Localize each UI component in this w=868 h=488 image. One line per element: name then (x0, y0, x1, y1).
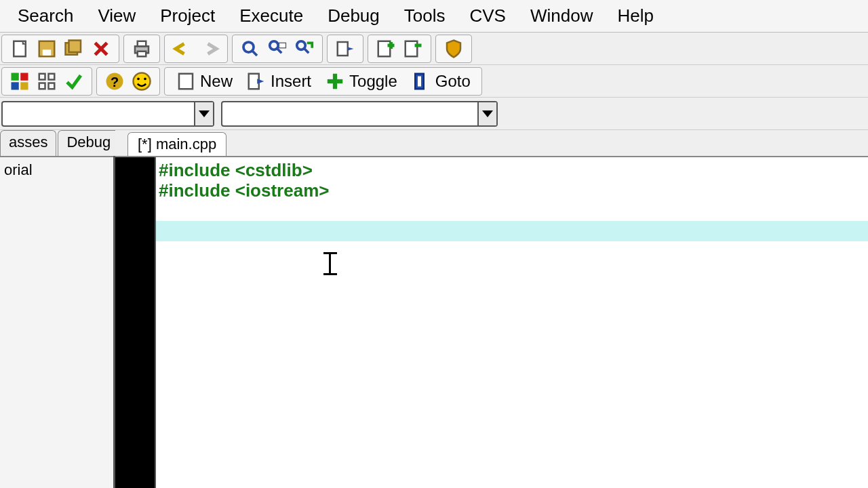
svg-line-17 (304, 47, 309, 53)
chevron-down-icon[interactable] (477, 102, 496, 125)
menu-debug[interactable]: Debug (315, 0, 392, 32)
svg-rect-32 (49, 83, 55, 89)
navigation-row (0, 98, 868, 130)
help-icon[interactable]: ? (101, 68, 128, 95)
undo-icon[interactable] (169, 35, 196, 62)
menu-help[interactable]: Help (605, 0, 665, 32)
menu-execute[interactable]: Execute (227, 0, 315, 32)
menu-view[interactable]: View (85, 0, 148, 32)
toolbar-group-print (123, 35, 160, 63)
svg-rect-18 (338, 42, 348, 56)
svg-rect-10 (138, 51, 146, 56)
menu-tools[interactable]: Tools (392, 0, 458, 32)
menu-window[interactable]: Window (518, 0, 605, 32)
svg-rect-25 (12, 73, 19, 80)
class-navigator-dropdown[interactable] (1, 101, 214, 127)
new-file-icon[interactable] (6, 35, 33, 62)
text-cursor-icon (329, 252, 331, 275)
svg-rect-38 (179, 73, 193, 89)
toolbar-secondary: ? New Insert Toggle Goto (0, 65, 868, 98)
svg-rect-31 (39, 83, 45, 89)
svg-rect-30 (49, 73, 55, 79)
save-all-icon[interactable] (60, 35, 87, 62)
close-icon[interactable] (87, 35, 115, 62)
menu-project[interactable]: Project (148, 0, 227, 32)
replace-icon[interactable] (291, 35, 318, 62)
tile-windows-icon[interactable] (6, 68, 33, 95)
toggle-label: Toggle (349, 72, 397, 91)
chevron-down-icon[interactable] (194, 102, 213, 125)
new-bookmark-button[interactable]: New (169, 68, 239, 95)
code-line[interactable]: #include <iostream> (156, 180, 868, 201)
svg-text:?: ? (111, 74, 119, 89)
toolbar-main (0, 33, 868, 65)
toolbar-group-undo (164, 35, 228, 63)
editor-panel: [*] main.cpp #include <cstdlib> #include… (115, 130, 868, 488)
print-icon[interactable] (128, 35, 155, 62)
svg-rect-3 (43, 49, 52, 56)
toolbar-group-insert (368, 35, 431, 63)
toggle-button[interactable]: Toggle (318, 68, 404, 95)
svg-rect-15 (279, 43, 286, 48)
toolbar-group-help: ? (96, 67, 160, 96)
svg-rect-23 (406, 41, 418, 56)
svg-rect-9 (138, 41, 146, 46)
shield-icon[interactable] (440, 35, 467, 62)
menu-search[interactable]: Search (5, 0, 85, 32)
side-panel: asses Debug orial (0, 130, 115, 488)
insert-label: Insert (271, 72, 311, 91)
svg-rect-29 (39, 73, 45, 79)
editor-tab-main[interactable]: [*] main.cpp (127, 132, 226, 156)
insert-button[interactable]: Insert (239, 68, 318, 95)
redo-icon[interactable] (196, 35, 223, 62)
menu-cvs[interactable]: CVS (457, 0, 517, 32)
grid-icon[interactable] (33, 68, 60, 95)
svg-point-36 (137, 77, 140, 80)
svg-rect-27 (12, 82, 19, 89)
svg-point-35 (134, 73, 151, 89)
goto-line-icon[interactable] (332, 35, 359, 62)
side-tree-item[interactable]: orial (0, 157, 113, 183)
goto-button[interactable]: Goto (404, 68, 477, 95)
svg-rect-44 (418, 76, 421, 86)
svg-rect-5 (69, 40, 81, 52)
goto-label: Goto (435, 72, 471, 91)
toolbar-group-file (1, 35, 119, 63)
new-bookmark-label: New (200, 72, 233, 91)
find-next-icon[interactable] (264, 35, 291, 62)
svg-point-37 (144, 77, 146, 80)
editor-body: #include <cstdlib> #include <iostream> (115, 157, 868, 488)
smiley-icon[interactable] (128, 68, 155, 95)
toolbar-group-about (435, 35, 472, 63)
menu-bar: Search View Project Execute Debug Tools … (0, 0, 868, 33)
content-area: asses Debug orial [*] main.cpp #include … (0, 130, 868, 488)
svg-marker-40 (257, 79, 264, 84)
side-tab-debug[interactable]: Debug (58, 130, 119, 156)
toolbar-group-find (232, 35, 323, 63)
find-icon[interactable] (237, 35, 264, 62)
svg-rect-28 (20, 82, 28, 89)
svg-line-14 (277, 47, 282, 53)
svg-line-12 (252, 50, 258, 56)
svg-rect-20 (378, 41, 391, 56)
side-tab-classes[interactable]: asses (0, 130, 56, 156)
svg-rect-26 (20, 73, 28, 80)
side-tabs: asses Debug (0, 130, 113, 157)
member-navigator-dropdown[interactable] (221, 101, 498, 127)
code-line[interactable]: #include <cstdlib> (156, 160, 868, 180)
line-number-gutter (115, 157, 156, 488)
code-line-active[interactable] (156, 221, 868, 241)
editor-tabs: [*] main.cpp (115, 130, 868, 157)
code-area[interactable]: #include <cstdlib> #include <iostream> (156, 157, 868, 488)
code-line[interactable] (156, 201, 868, 221)
check-icon[interactable] (60, 68, 87, 95)
remove-bookmark-icon[interactable] (399, 35, 427, 62)
toolbar-group-windows (1, 67, 92, 96)
svg-marker-19 (348, 47, 354, 50)
toolbar-group-bookmark: New Insert Toggle Goto (164, 67, 482, 96)
save-icon[interactable] (33, 35, 60, 62)
add-bookmark-icon[interactable] (372, 35, 399, 62)
toolbar-group-misc (327, 35, 363, 63)
